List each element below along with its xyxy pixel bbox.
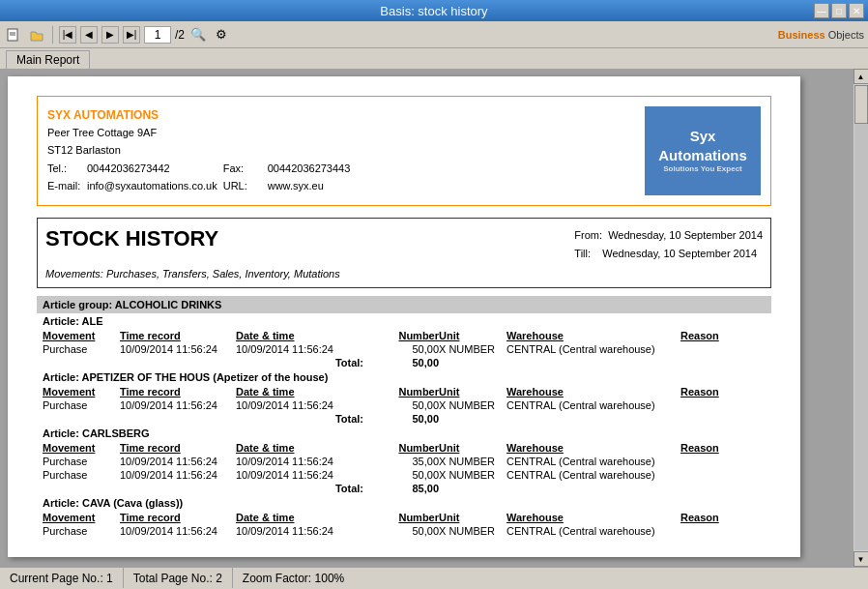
col-warehouse-label4: Warehouse [506, 512, 680, 523]
logo-line1: Syx Automations [645, 127, 761, 164]
minimize-button[interactable]: — [814, 3, 829, 18]
col-number-label4: Number [371, 512, 439, 523]
status-bar: Current Page No.: 1 Total Page No.: 2 Zo… [0, 567, 868, 588]
col-warehouse-label2: Warehouse [506, 386, 680, 398]
col-number-label2: Number [371, 386, 439, 398]
next-page-button[interactable]: ▶ [101, 26, 119, 44]
article-cava-header: Article: CAVA (Cava (glass)) [37, 495, 771, 511]
apetizer-table: Movement Time record Date & time Number … [37, 385, 771, 426]
logo-line2: Solutions You Expect [645, 164, 761, 174]
table-row: Purchase 10/09/2014 11:56:24 10/09/2014 … [43, 398, 766, 412]
total-page-status: Total Page No.: 2 [124, 568, 233, 588]
col-number-label3: Number [371, 442, 439, 454]
tel-value: 00442036273442 [87, 161, 217, 178]
company-address2: ST12 Barlaston [47, 142, 350, 160]
report-title-row: STOCK HISTORY From: Wednesday, 10 Septem… [45, 226, 763, 265]
col-time-label3: Time record [120, 442, 236, 454]
vertical-scrollbar[interactable]: ▲ ▼ [853, 69, 868, 567]
first-page-button[interactable]: |◀ [59, 26, 76, 44]
page-number-input[interactable]: 1 [144, 26, 171, 44]
scroll-up-button[interactable]: ▲ [854, 69, 869, 84]
carlsberg-table: Movement Time record Date & time Number … [37, 441, 771, 495]
col-time-label2: Time record [120, 386, 236, 398]
col-movement-label: Movement [43, 330, 120, 341]
article-apetizer-header: Article: APETIZER OF THE HOUS (Apetizer … [37, 369, 771, 385]
window-title: Basis: stock history [380, 4, 487, 18]
report-scroll: SYX AUTOMATIONS Peer Tree Cottage 9AF ST… [0, 69, 853, 567]
company-info: SYX AUTOMATIONS Peer Tree Cottage 9AF ST… [47, 106, 350, 195]
col-unit-label2: Unit [439, 386, 506, 398]
total-page-label: Total Page No.: [133, 572, 213, 585]
restore-button[interactable]: □ [831, 3, 847, 18]
company-logo: Syx Automations Solutions You Expect [645, 106, 761, 195]
table-row: Purchase 10/09/2014 11:56:24 10/09/2014 … [43, 342, 766, 356]
zoom-value: 100% [315, 572, 345, 585]
company-name: SYX AUTOMATIONS [47, 106, 350, 125]
current-page-value: 1 [106, 572, 113, 585]
col-unit-label3: Unit [439, 442, 506, 454]
col-reason-label3: Reason [680, 442, 738, 454]
ale-total-row: Total: 50,00 [43, 356, 766, 369]
col-warehouse-label3: Warehouse [506, 442, 680, 454]
till-label: Till: [574, 248, 591, 259]
col-time-label: Time record [120, 330, 236, 341]
new-icon[interactable] [4, 25, 23, 44]
email-label: E-mail: [47, 178, 81, 195]
apetizer-col-headers: Movement Time record Date & time Number … [43, 385, 766, 398]
zoom-status: Zoom Factor: 100% [233, 568, 354, 588]
main-report-tab[interactable]: Main Report [6, 50, 90, 69]
email-value: info@syxautomations.co.uk [87, 178, 217, 195]
url-value: www.syx.eu [268, 178, 351, 195]
scroll-thumb[interactable] [854, 85, 868, 124]
table-row: Purchase 10/09/2014 11:56:24 10/09/2014 … [43, 455, 766, 468]
scroll-track [854, 85, 868, 550]
col-datetime-label3: Date & time [236, 442, 371, 454]
report-main-title: STOCK HISTORY [45, 226, 218, 251]
business-objects-logo: Business Objects [778, 29, 864, 41]
ale-col-headers: Movement Time record Date & time Number … [43, 329, 766, 342]
col-time-label4: Time record [120, 512, 236, 523]
separator-1 [52, 26, 53, 44]
col-unit-label4: Unit [439, 512, 506, 523]
report-title-section: STOCK HISTORY From: Wednesday, 10 Septem… [37, 218, 771, 289]
col-movement-label2: Movement [43, 386, 120, 398]
ale-table: Movement Time record Date & time Number … [37, 329, 771, 369]
open-icon[interactable] [27, 25, 46, 44]
report-dates: From: Wednesday, 10 September 2014 Till:… [574, 226, 763, 265]
fax-value: 00442036273443 [268, 161, 351, 178]
col-reason-label2: Reason [680, 386, 738, 398]
table-row: Purchase 10/09/2014 11:56:24 10/09/2014 … [43, 524, 766, 538]
cava-col-headers: Movement Time record Date & time Number … [43, 511, 766, 524]
col-reason-label: Reason [680, 330, 738, 341]
from-value: Wednesday, 10 September 2014 [608, 229, 763, 241]
company-header: SYX AUTOMATIONS Peer Tree Cottage 9AF ST… [37, 96, 771, 206]
col-movement-label4: Movement [43, 512, 120, 523]
main-area: SYX AUTOMATIONS Peer Tree Cottage 9AF ST… [0, 69, 868, 567]
toolbar: |◀ ◀ ▶ ▶| 1 /2 🔍 ⚙ Business Objects [0, 21, 868, 48]
cava-table: Movement Time record Date & time Number … [37, 511, 771, 538]
title-bar: Basis: stock history — □ ✕ [0, 0, 868, 21]
col-datetime-label4: Date & time [236, 512, 371, 523]
zoom-label: Zoom Factor: [243, 572, 311, 585]
apetizer-total-row: Total: 50,00 [43, 412, 766, 426]
search-icon[interactable]: 🔍 [188, 25, 208, 44]
tel-label: Tel.: [47, 161, 81, 178]
fax-label: Fax: [223, 161, 262, 178]
col-reason-label4: Reason [680, 512, 738, 523]
article-group-header: Article group: ALCOHOLIC DRINKS [37, 296, 771, 313]
prev-page-button[interactable]: ◀ [80, 26, 98, 44]
close-button[interactable]: ✕ [849, 3, 864, 18]
table-row: Purchase 10/09/2014 11:56:24 10/09/2014 … [43, 468, 766, 482]
scroll-down-button[interactable]: ▼ [854, 551, 869, 567]
page-total: /2 [175, 28, 185, 42]
report-page: SYX AUTOMATIONS Peer Tree Cottage 9AF ST… [8, 76, 800, 557]
company-address1: Peer Tree Cottage 9AF [47, 125, 350, 142]
current-page-label: Current Page No.: [10, 572, 103, 585]
settings-icon[interactable]: ⚙ [212, 25, 231, 44]
url-label: URL: [223, 178, 262, 195]
last-page-button[interactable]: ▶| [123, 26, 140, 44]
article-carlsberg-header: Article: CARLSBERG [37, 426, 771, 441]
col-number-label: Number [371, 330, 439, 341]
carlsberg-col-headers: Movement Time record Date & time Number … [43, 441, 766, 455]
carlsberg-total-row: Total: 85,00 [43, 482, 766, 495]
